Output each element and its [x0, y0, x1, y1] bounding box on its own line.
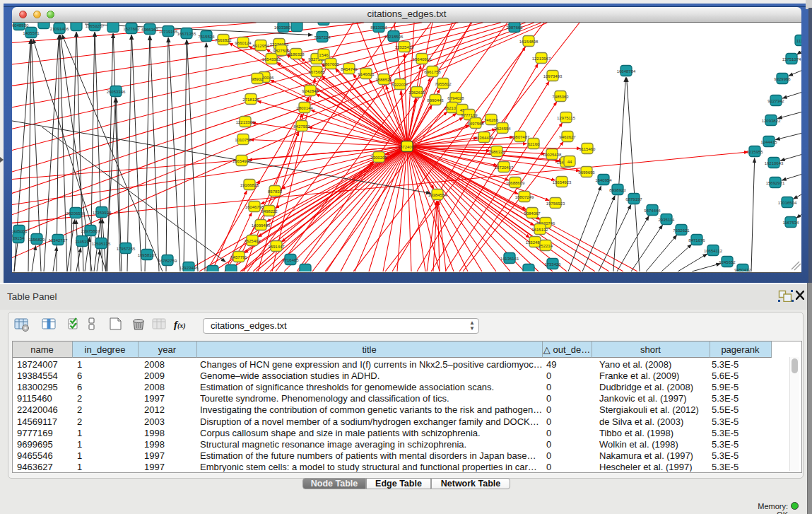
svg-text:9115460: 9115460	[579, 147, 596, 151]
svg-text:18724007: 18724007	[398, 145, 417, 149]
svg-text:1615132: 1615132	[531, 228, 548, 232]
svg-text:8454749: 8454749	[341, 67, 358, 71]
svg-text:9084067: 9084067	[524, 211, 541, 216]
svg-text:8990443: 8990443	[427, 98, 444, 103]
svg-text:13654923: 13654923	[553, 180, 572, 185]
svg-text:16543382: 16543382	[262, 57, 281, 62]
svg-text:10654112: 10654112	[704, 249, 723, 253]
svg-text:9716485: 9716485	[282, 258, 299, 262]
svg-text:16648784: 16648784	[617, 69, 636, 74]
svg-text:8813054: 8813054	[370, 25, 387, 30]
svg-text:7485063: 7485063	[552, 95, 569, 99]
svg-text:9463627: 9463627	[559, 135, 576, 139]
svg-text:9242848: 9242848	[302, 89, 319, 93]
svg-text:1405571: 1405571	[23, 31, 40, 35]
svg-text:16782759: 16782759	[158, 259, 177, 263]
svg-text:9245652: 9245652	[719, 260, 736, 264]
svg-text:252214: 252214	[539, 244, 553, 248]
svg-text:7955812: 7955812	[435, 82, 452, 86]
svg-text:12213967: 12213967	[532, 57, 551, 61]
svg-text:15751074: 15751074	[782, 57, 801, 62]
svg-text:19756923: 19756923	[546, 201, 565, 206]
svg-text:18807249: 18807249	[515, 195, 534, 199]
svg-text:7632621: 7632621	[673, 228, 690, 233]
svg-text:1733426: 1733426	[544, 262, 561, 267]
svg-text:16654908: 16654908	[233, 159, 252, 163]
svg-text:9699695: 9699695	[578, 170, 595, 175]
svg-text:1640954: 1640954	[595, 178, 612, 182]
svg-text:6497568: 6497568	[467, 122, 484, 126]
svg-text:3215955: 3215955	[746, 150, 763, 154]
svg-text:3624554: 3624554	[494, 127, 511, 131]
svg-text:2935114: 2935114	[659, 218, 676, 222]
svg-text:15720407: 15720407	[495, 165, 514, 170]
svg-text:12213369: 12213369	[236, 120, 255, 124]
svg-text:15692971: 15692971	[766, 181, 785, 185]
svg-text:6794028: 6794028	[447, 96, 464, 100]
svg-text:7625402: 7625402	[244, 239, 261, 243]
svg-text:1244415: 1244415	[760, 140, 777, 144]
svg-text:21364436: 21364436	[475, 136, 494, 140]
svg-text:9474444: 9474444	[644, 209, 661, 213]
svg-text:9457791: 9457791	[230, 255, 247, 259]
svg-text:f(x): f(x)	[174, 319, 186, 330]
svg-text:20206536: 20206536	[66, 211, 86, 216]
svg-text:12975115: 12975115	[557, 116, 576, 120]
svg-text:2300205: 2300205	[370, 156, 387, 160]
svg-text:9660124: 9660124	[235, 41, 252, 45]
svg-text:12505135: 12505135	[92, 242, 111, 246]
svg-text:1527602: 1527602	[123, 27, 140, 31]
svg-text:746266: 746266	[484, 118, 499, 122]
svg-text:9329966: 9329966	[774, 77, 791, 81]
svg-text:12093822: 12093822	[762, 119, 781, 123]
svg-text:114519: 114519	[75, 240, 89, 244]
svg-text:1691447: 1691447	[268, 245, 285, 249]
svg-text:14136141: 14136141	[500, 257, 519, 261]
svg-text:9146821: 9146821	[358, 72, 375, 76]
svg-text:8186328: 8186328	[288, 52, 305, 57]
svg-text:9777169: 9777169	[461, 113, 478, 117]
svg-text:6966160: 6966160	[141, 28, 158, 32]
svg-text:19166825: 19166825	[240, 183, 259, 187]
svg-text:44: 44	[567, 160, 572, 164]
svg-text:8471676: 8471676	[688, 238, 705, 243]
svg-text:19384554: 19384554	[428, 193, 447, 197]
svg-text:15640910: 15640910	[413, 57, 432, 62]
svg-text:16048930: 16048930	[12, 23, 29, 28]
svg-text:8427552: 8427552	[293, 124, 310, 129]
svg-text:10719155: 10719155	[159, 30, 178, 34]
svg-text:17957255: 17957255	[117, 247, 136, 251]
svg-text:62160: 62160	[528, 142, 540, 146]
svg-text:17016504: 17016504	[778, 201, 797, 205]
svg-text:8938923: 8938923	[609, 188, 626, 192]
svg-text:7663822: 7663822	[215, 38, 232, 42]
svg-text:14099489: 14099489	[252, 223, 271, 228]
svg-text:17359924: 17359924	[93, 211, 112, 215]
svg-text:8912954: 8912954	[252, 44, 269, 48]
svg-text:10973493: 10973493	[543, 74, 563, 78]
svg-text:9450412: 9450412	[734, 268, 751, 272]
svg-text:2718126: 2718126	[242, 98, 259, 102]
svg-text:39154: 39154	[13, 236, 25, 240]
svg-text:10958107: 10958107	[138, 253, 157, 257]
svg-text:7515524: 7515524	[198, 35, 215, 39]
svg-text:1117: 1117	[796, 39, 801, 43]
svg-text:2087662: 2087662	[506, 25, 523, 30]
svg-text:10688609: 10688609	[506, 181, 525, 185]
svg-text:3675685: 3675685	[308, 70, 325, 74]
svg-text:2803144: 2803144	[296, 106, 313, 110]
svg-text:26053346: 26053346	[107, 90, 126, 94]
svg-text:10653267: 10653267	[86, 24, 105, 28]
svg-text:6322037: 6322037	[392, 83, 408, 87]
svg-text:16671355: 16671355	[177, 32, 196, 36]
svg-text:857833: 857833	[268, 189, 283, 194]
svg-text:16210643: 16210643	[765, 161, 784, 165]
svg-text:19218506: 19218506	[384, 35, 404, 39]
svg-text:1167534: 1167534	[783, 221, 800, 225]
svg-text:9227342: 9227342	[767, 99, 784, 103]
svg-text:10025438: 10025438	[543, 153, 562, 157]
svg-text:16154808: 16154808	[519, 40, 539, 44]
svg-text:1362615: 1362615	[408, 90, 425, 95]
svg-text:23975867: 23975867	[81, 229, 100, 233]
svg-text:3498222: 3498222	[261, 209, 278, 214]
